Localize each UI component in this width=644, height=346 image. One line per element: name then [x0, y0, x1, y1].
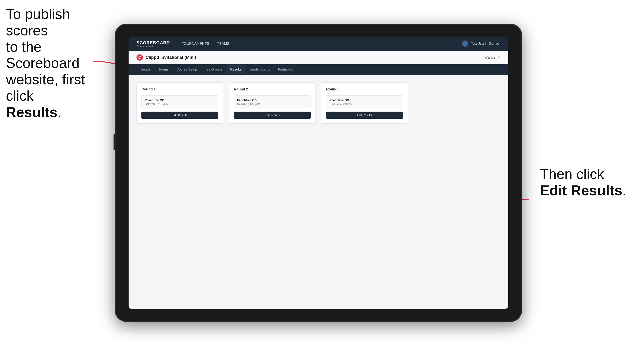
nav-link-tournaments[interactable]: TOURNAMENTS	[182, 41, 209, 47]
tab-course-setup[interactable]: Course Setup	[172, 64, 201, 75]
main-content: Round 1 Peachtree GC Gold (M) (7010 yds)…	[128, 75, 508, 309]
tournament-header: C Clippd Invitational (Mini) Cancel ✕	[128, 51, 508, 64]
round-2-course-card: Peachtree GC Gold (M) (7010 yds)	[234, 95, 311, 108]
nav-right: 👤 Test User | Sign out	[462, 40, 500, 47]
nav-link-teams[interactable]: TEAMS	[217, 41, 230, 47]
tournament-name: Clippd Invitational (Mini)	[146, 55, 196, 60]
edit-results-button-2[interactable]: Edit Results	[234, 112, 311, 119]
tournament-title-row: C Clippd Invitational (Mini)	[136, 54, 196, 61]
user-icon: 👤	[462, 40, 468, 47]
tablet-device: SCOREBOARD Powered by clippd TOURNAMENTS…	[115, 24, 522, 322]
nav-links: TOURNAMENTS TEAMS	[182, 41, 462, 47]
round-3-course-card: Peachtree GC Gold (M) (7010 yds)	[326, 95, 403, 108]
round-card-2: Round 2 Peachtree GC Gold (M) (7010 yds)…	[229, 82, 316, 124]
tab-tee-groups[interactable]: Tee Groups	[201, 64, 226, 75]
sub-nav: Details Teams Course Setup Tee Groups Re…	[128, 64, 508, 75]
rounds-grid: Round 1 Peachtree GC Gold (M) (7010 yds)…	[136, 82, 500, 124]
tab-printables[interactable]: Printables	[274, 64, 297, 75]
logo-area: SCOREBOARD Powered by clippd	[136, 40, 170, 47]
round-3-course-details: Gold (M) (7010 yds)	[330, 103, 400, 105]
round-2-course-name: Peachtree GC	[237, 98, 307, 102]
round-1-course-name: Peachtree GC	[145, 98, 215, 102]
logo-sub: Powered by clippd	[136, 45, 170, 47]
tab-leaderboards[interactable]: Leaderboards	[246, 64, 274, 75]
instruction-right: Then clickEdit Results.	[540, 166, 626, 199]
round-3-title: Round 3	[326, 87, 403, 91]
instruction-left: To publish scoresto the Scoreboardwebsit…	[6, 6, 89, 121]
round-1-course-card: Peachtree GC Gold (M) (7010 yds)	[142, 95, 218, 108]
logo-text: SCOREBOARD	[136, 40, 170, 45]
round-3-course-name: Peachtree GC	[330, 98, 400, 102]
cancel-button[interactable]: Cancel ✕	[485, 55, 500, 60]
edit-results-button-1[interactable]: Edit Results	[142, 112, 218, 119]
tab-results[interactable]: Results	[226, 64, 246, 75]
nav-user-text: Test User |	[471, 42, 486, 45]
instruction-left-text: To publish scoresto the Scoreboardwebsit…	[6, 6, 85, 120]
round-card-1: Round 1 Peachtree GC Gold (M) (7010 yds)…	[136, 82, 223, 124]
round-2-course-details: Gold (M) (7010 yds)	[237, 103, 307, 105]
tab-details[interactable]: Details	[136, 64, 155, 75]
instruction-right-text: Then clickEdit Results.	[540, 166, 626, 198]
empty-column	[414, 82, 500, 124]
edit-results-button-3[interactable]: Edit Results	[326, 112, 403, 119]
tab-teams[interactable]: Teams	[155, 64, 172, 75]
close-icon: ✕	[498, 55, 500, 60]
round-2-title: Round 2	[234, 87, 311, 91]
round-1-title: Round 1	[142, 87, 218, 91]
round-1-course-details: Gold (M) (7010 yds)	[145, 103, 215, 105]
nav-signout[interactable]: Sign out	[489, 42, 500, 45]
tournament-logo: C	[136, 54, 143, 61]
tablet-screen: SCOREBOARD Powered by clippd TOURNAMENTS…	[128, 36, 508, 309]
top-nav: SCOREBOARD Powered by clippd TOURNAMENTS…	[128, 36, 508, 51]
round-card-3: Round 3 Peachtree GC Gold (M) (7010 yds)…	[321, 82, 408, 124]
